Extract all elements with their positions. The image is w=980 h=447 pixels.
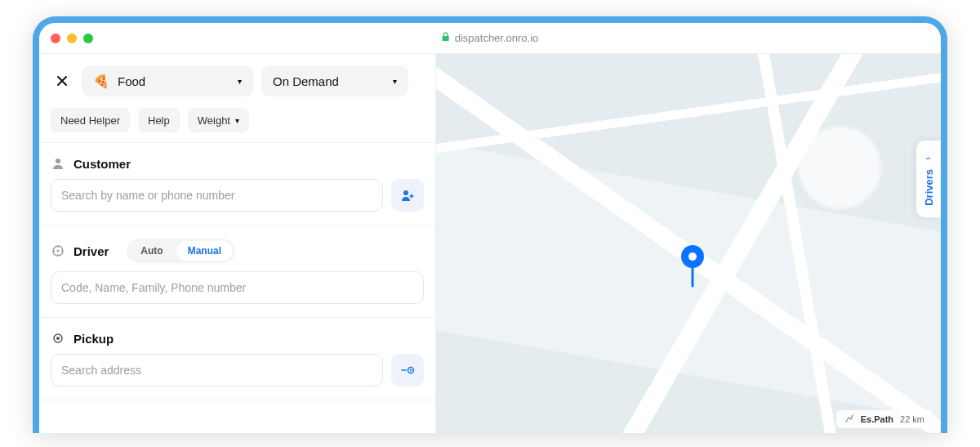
- service-type-dropdown[interactable]: 🍕 Food ▾: [82, 65, 253, 96]
- driver-manual-option[interactable]: Manual: [176, 241, 233, 261]
- weight-dropdown[interactable]: Weight ▾: [188, 108, 249, 132]
- drivers-tab-label: Drivers: [923, 169, 935, 206]
- customer-search-input[interactable]: [51, 179, 383, 212]
- drivers-side-tab[interactable]: ‹ Drivers: [916, 141, 941, 217]
- lock-icon: [442, 32, 450, 44]
- espath-value: 22 km: [900, 414, 924, 424]
- traffic-lights: [51, 34, 93, 43]
- chip-label: Weight: [198, 114, 230, 127]
- customer-section: Customer: [39, 143, 435, 226]
- map-center-pin: [679, 244, 706, 294]
- pickup-title: Pickup: [74, 332, 114, 346]
- customer-title: Customer: [74, 157, 131, 171]
- chevron-down-icon: ▾: [238, 77, 242, 86]
- chevron-left-icon: ‹: [923, 157, 934, 160]
- order-form-panel: 🍕 Food ▾ On Demand ▾ Need Helper: [39, 54, 436, 433]
- driver-section: Driver Auto Manual: [39, 226, 435, 318]
- customer-icon: [51, 156, 65, 171]
- driver-search-input[interactable]: [51, 271, 424, 304]
- pickup-icon: [51, 331, 65, 346]
- svg-point-1: [403, 190, 408, 195]
- dispatch-mode-dropdown[interactable]: On Demand ▾: [261, 65, 408, 96]
- driver-mode-toggle: Auto Manual: [127, 239, 235, 263]
- chip-label: Need Helper: [60, 114, 120, 127]
- svg-point-10: [688, 253, 697, 261]
- pick-on-map-button[interactable]: [391, 354, 424, 387]
- window-close-button[interactable]: [51, 34, 60, 43]
- svg-point-7: [410, 369, 412, 371]
- service-type-label: Food: [118, 74, 145, 88]
- need-helper-chip[interactable]: Need Helper: [51, 108, 130, 132]
- espath-label: Es.Path: [861, 414, 893, 424]
- add-customer-button[interactable]: [391, 179, 424, 212]
- chevron-down-icon: ▾: [393, 77, 397, 86]
- chip-label: Help: [148, 114, 170, 127]
- form-topbar: 🍕 Food ▾ On Demand ▾ Need Helper: [39, 54, 435, 143]
- driver-title: Driver: [74, 244, 109, 258]
- route-icon: [844, 413, 854, 425]
- help-chip[interactable]: Help: [138, 108, 180, 132]
- url-text: dispatcher.onro.io: [455, 32, 539, 44]
- dispatch-mode-label: On Demand: [273, 74, 339, 88]
- app-body: 🍕 Food ▾ On Demand ▾ Need Helper: [39, 54, 941, 433]
- driver-auto-option[interactable]: Auto: [129, 241, 174, 261]
- estimated-path-badge: Es.Path 22 km: [836, 410, 933, 428]
- address-bar[interactable]: dispatcher.onro.io: [442, 32, 539, 44]
- driver-icon: [51, 244, 65, 258]
- svg-point-5: [56, 337, 60, 340]
- pizza-icon: 🍕: [93, 74, 109, 89]
- svg-point-0: [56, 159, 60, 163]
- close-icon[interactable]: [51, 69, 74, 92]
- pickup-address-input[interactable]: [51, 354, 383, 387]
- map-panel[interactable]: ‹ Drivers Es.Path 22 km: [436, 54, 941, 433]
- browser-window: dispatcher.onro.io 🍕 Food ▾ On D: [33, 16, 947, 433]
- pickup-section: Pickup: [39, 318, 435, 400]
- browser-chrome: dispatcher.onro.io: [39, 23, 941, 54]
- window-minimize-button[interactable]: [67, 34, 77, 43]
- svg-point-3: [57, 250, 60, 253]
- chevron-down-icon: ▾: [235, 116, 239, 125]
- window-maximize-button[interactable]: [83, 34, 93, 43]
